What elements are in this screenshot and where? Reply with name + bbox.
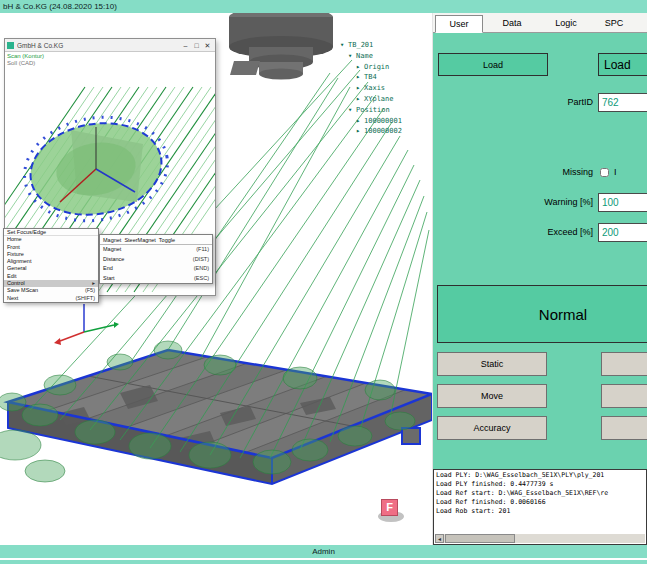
- scroll-left-icon[interactable]: ◂: [435, 534, 444, 543]
- model-tree: ▾TB_201 ▾Name ▸Origin ▸TB4 ▸Xaxis ▸XYpla…: [338, 40, 432, 137]
- partid-field[interactable]: [598, 93, 647, 112]
- menu-item[interactable]: Next(SHIFT): [4, 295, 98, 302]
- tree-node[interactable]: ▸100000001: [338, 116, 432, 127]
- menu-item-label: End: [103, 264, 113, 274]
- menu-item-label: Alignment: [7, 258, 31, 265]
- menu-item[interactable]: Front: [4, 244, 98, 251]
- tree-expand-icon[interactable]: ▾: [340, 40, 348, 51]
- tree-expand-icon[interactable]: ▸: [356, 116, 364, 127]
- menu-item-shortcut: (F5): [85, 287, 95, 294]
- move-button[interactable]: Move: [437, 384, 547, 408]
- tree-node-label: Origin: [364, 63, 389, 71]
- menu-item-shortcut: (ESC): [194, 274, 209, 284]
- menu-item-label: Set Focus/Edge: [7, 229, 46, 235]
- menu-item[interactable]: Fixture: [4, 251, 98, 258]
- log-line: Load Rob start: 201: [436, 507, 644, 516]
- submenu-item[interactable]: End(END): [100, 264, 212, 274]
- scan-legend: Scan (Kontur) Soll (CAD): [7, 53, 44, 67]
- tree-node-label: TB_201: [348, 41, 373, 49]
- 3d-viewport[interactable]: ▾TB_201 ▾Name ▸Origin ▸TB4 ▸Xaxis ▸XYpla…: [0, 13, 432, 545]
- tree-node-label: XYplane: [364, 95, 394, 103]
- menu-item[interactable]: Edit: [4, 273, 98, 280]
- status-bar: Admin: [0, 545, 647, 558]
- submenu-header: Magnet SteerMagnet Toggle: [100, 235, 212, 245]
- tab-data[interactable]: Data: [489, 15, 535, 33]
- menu-item-control[interactable]: Control▸: [4, 280, 98, 287]
- scrollbar-thumb[interactable]: [445, 534, 515, 543]
- tree-node[interactable]: ▸Origin: [338, 62, 432, 73]
- tree-expand-icon[interactable]: ▾: [348, 51, 356, 62]
- tab-logic[interactable]: Logic: [543, 15, 589, 33]
- warning-field[interactable]: [598, 193, 647, 212]
- tree-node[interactable]: ▾TB_201: [338, 40, 432, 51]
- tree-node-label: Position: [356, 106, 390, 114]
- menu-item-label: Next: [7, 295, 18, 302]
- window-title: bH & Co.KG (24.08.2020 15:10): [3, 2, 117, 11]
- menu-item-label: Fixture: [7, 251, 24, 258]
- tree-expand-icon[interactable]: ▸: [356, 72, 364, 83]
- submenu-item[interactable]: Distance(DIST): [100, 255, 212, 265]
- tree-node[interactable]: ▸Xaxis: [338, 83, 432, 94]
- menu-item-label: Start: [103, 274, 115, 284]
- control-panel: User Data Logic SPC Load Load PartID Mis…: [432, 13, 647, 545]
- menu-item-shortcut: (SHIFT): [75, 295, 95, 302]
- tree-expand-icon[interactable]: ▾: [348, 105, 356, 116]
- menu-item-shortcut: (F11): [196, 245, 209, 255]
- normal-mode-button[interactable]: Normal: [437, 285, 647, 343]
- cutoff-button-2[interactable]: [601, 384, 647, 408]
- exceed-field[interactable]: [598, 223, 647, 242]
- spindle-tool: [229, 13, 333, 80]
- log-output[interactable]: Load PLY: D:\WAG_Esselbach_5E1X\PLY\ply_…: [433, 469, 647, 545]
- tree-expand-icon[interactable]: ▸: [356, 126, 364, 137]
- missing-option-label: I: [614, 167, 634, 177]
- tree-node[interactable]: ▸TB4: [338, 72, 432, 83]
- static-button[interactable]: Static: [437, 352, 547, 376]
- menu-item-label: Home: [7, 236, 22, 243]
- maximize-icon[interactable]: □: [191, 40, 202, 51]
- tree-expand-icon[interactable]: ▸: [356, 94, 364, 105]
- tree-expand-icon[interactable]: ▸: [356, 62, 364, 73]
- accuracy-button[interactable]: Accuracy: [437, 416, 547, 440]
- tab-user[interactable]: User: [435, 15, 483, 33]
- current-user-label: Admin: [312, 547, 335, 556]
- application-window: bH & Co.KG (24.08.2020 15:10): [0, 0, 647, 564]
- tree-node[interactable]: ▾Name: [338, 51, 432, 62]
- close-icon[interactable]: ✕: [202, 40, 213, 51]
- load-button-right[interactable]: Load: [598, 53, 647, 76]
- child-window-titlebar[interactable]: GmbH & Co.KG – □ ✕: [5, 39, 215, 52]
- log-line: Load Ref finished: 0.0060166: [436, 498, 644, 507]
- menu-item[interactable]: Alignment: [4, 258, 98, 265]
- menu-item[interactable]: Home: [4, 236, 98, 243]
- submenu-arrow-icon: ▸: [92, 280, 95, 287]
- menu-item-shortcut: (DIST): [193, 255, 209, 265]
- horizontal-scrollbar[interactable]: ◂: [435, 534, 645, 543]
- menu-item[interactable]: Set Focus/Edge: [4, 229, 98, 236]
- tree-expand-icon[interactable]: ▸: [356, 83, 364, 94]
- menu-item[interactable]: Save MScan(F5): [4, 287, 98, 294]
- menu-item-shortcut: (END): [194, 264, 209, 274]
- menu-item-label: Edit: [7, 273, 16, 280]
- legend-line: Scan (Kontur): [7, 53, 44, 60]
- tree-node[interactable]: ▸XYplane: [338, 94, 432, 105]
- cutoff-button-3[interactable]: [601, 416, 647, 440]
- tree-node[interactable]: ▸100000002: [338, 126, 432, 137]
- minimize-icon[interactable]: –: [180, 40, 191, 51]
- cutoff-button-1[interactable]: [601, 352, 647, 376]
- tree-node-label: Name: [356, 52, 373, 60]
- context-submenu: Magnet SteerMagnet Toggle Magnet(F11) Di…: [99, 234, 213, 284]
- tree-node[interactable]: ▾Position: [338, 105, 432, 116]
- menu-item[interactable]: General: [4, 265, 98, 272]
- submenu-item[interactable]: Start(ESC): [100, 274, 212, 284]
- tab-spc[interactable]: SPC: [593, 15, 635, 33]
- menu-item-label: Front: [7, 244, 20, 251]
- load-button[interactable]: Load: [438, 53, 548, 76]
- child-window-title: GmbH & Co.KG: [17, 42, 180, 49]
- warning-label: Warning [%]: [453, 197, 593, 207]
- menu-item-label: Magnet: [103, 245, 121, 255]
- partid-label: PartID: [493, 97, 593, 107]
- window-titlebar: bH & Co.KG (24.08.2020 15:10): [0, 0, 647, 13]
- missing-label: Missing: [463, 167, 593, 177]
- menu-item-label: Distance: [103, 255, 124, 265]
- missing-checkbox[interactable]: [600, 168, 609, 177]
- submenu-item[interactable]: Magnet(F11): [100, 245, 212, 255]
